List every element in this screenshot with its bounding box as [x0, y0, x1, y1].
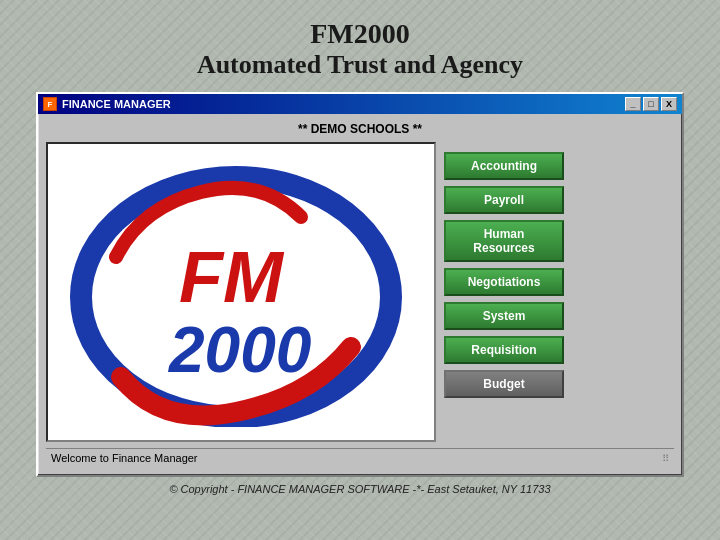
budget-button[interactable]: Budget: [444, 370, 564, 398]
copyright-text: © Copyright - FINANCE MANAGER SOFTWARE -…: [169, 483, 550, 495]
status-grip: ⠿: [662, 453, 669, 464]
application-window: F FINANCE MANAGER _ □ X ** DEMO SCHOOLS …: [36, 92, 684, 477]
app-icon: F: [43, 97, 57, 111]
svg-text:2000: 2000: [168, 314, 311, 386]
maximize-button[interactable]: □: [643, 97, 659, 111]
svg-text:FM: FM: [179, 237, 285, 317]
logo-area: FM 2000: [46, 142, 436, 442]
system-button[interactable]: System: [444, 302, 564, 330]
minimize-button[interactable]: _: [625, 97, 641, 111]
page-title: FM2000 Automated Trust and Agency: [197, 0, 523, 92]
close-button[interactable]: X: [661, 97, 677, 111]
negotiations-button[interactable]: Negotiations: [444, 268, 564, 296]
accounting-button[interactable]: Accounting: [444, 152, 564, 180]
payroll-button[interactable]: Payroll: [444, 186, 564, 214]
titlebar: F FINANCE MANAGER _ □ X: [38, 94, 682, 114]
status-text: Welcome to Finance Manager: [51, 452, 198, 464]
demo-label: ** DEMO SCHOOLS **: [46, 122, 674, 136]
window-title: FINANCE MANAGER: [62, 98, 171, 110]
human-resources-button[interactable]: Human Resources: [444, 220, 564, 262]
requisition-button[interactable]: Requisition: [444, 336, 564, 364]
status-bar: Welcome to Finance Manager ⠿: [46, 448, 674, 467]
menu-buttons: Accounting Payroll Human Resources Negot…: [444, 142, 674, 442]
